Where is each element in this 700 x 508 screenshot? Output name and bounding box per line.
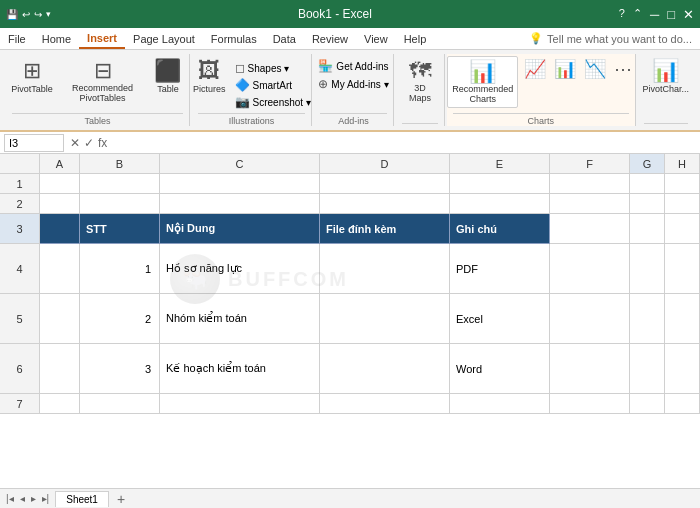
cell-e5-excel[interactable]: Excel — [450, 294, 550, 344]
cell-a3[interactable] — [40, 214, 80, 244]
cell-c5[interactable]: Nhóm kiểm toán — [160, 294, 320, 344]
cell-c6[interactable]: Kế hoạch kiểm toán — [160, 344, 320, 394]
cell-e4-pdf[interactable]: PDF — [450, 244, 550, 294]
scatter-chart-btn[interactable]: 📉 — [582, 56, 608, 82]
bar-chart-btn[interactable]: 📈 — [522, 56, 548, 82]
more-charts-btn[interactable]: ⋯ — [612, 56, 634, 82]
recommended-pivot-btn[interactable]: ⊟ Recommended PivotTables — [56, 56, 149, 106]
col-header-c[interactable]: C — [160, 154, 320, 173]
menu-home[interactable]: Home — [34, 28, 79, 49]
cell-h6[interactable] — [665, 344, 700, 394]
col-header-f[interactable]: F — [550, 154, 630, 173]
cell-a6[interactable] — [40, 344, 80, 394]
cell-g4[interactable] — [630, 244, 665, 294]
col-header-e[interactable]: E — [450, 154, 550, 173]
cell-f5[interactable] — [550, 294, 630, 344]
cell-f1[interactable] — [550, 174, 630, 194]
pivotchart-btn[interactable]: 📊 PivotChar... — [639, 56, 694, 96]
table-btn[interactable]: ⬛ Table — [153, 56, 183, 96]
sheet-tab-sheet1[interactable]: Sheet1 — [55, 491, 109, 507]
tell-me-bar[interactable]: 💡 Tell me what you want to do... — [521, 32, 700, 45]
save-icon[interactable]: 💾 — [6, 9, 18, 20]
cell-a1[interactable] — [40, 174, 80, 194]
pictures-btn[interactable]: 🖼 Pictures — [189, 56, 230, 96]
cell-g3[interactable] — [630, 214, 665, 244]
cell-e6-word[interactable]: Word — [450, 344, 550, 394]
smartart-btn[interactable]: 🔷 SmartArt — [232, 77, 314, 93]
col-header-a[interactable]: A — [40, 154, 80, 173]
line-chart-btn[interactable]: 📊 — [552, 56, 578, 82]
cell-e3-ghichu[interactable]: Ghi chú — [450, 214, 550, 244]
minimize-icon[interactable]: ─ — [650, 7, 659, 22]
menu-data[interactable]: Data — [265, 28, 304, 49]
cell-c4[interactable]: Hồ sơ năng lực — [160, 244, 320, 294]
formula-input[interactable] — [113, 134, 696, 152]
col-header-g[interactable]: G — [630, 154, 665, 173]
cell-f2[interactable] — [550, 194, 630, 214]
col-header-b[interactable]: B — [80, 154, 160, 173]
cell-g5[interactable] — [630, 294, 665, 344]
recommended-charts-btn[interactable]: 📊 Recommended Charts — [447, 56, 518, 108]
cell-c7[interactable] — [160, 394, 320, 414]
sheet-nav-next[interactable]: ▸ — [29, 493, 38, 504]
ribbon-collapse-icon[interactable]: ⌃ — [633, 7, 642, 22]
cell-a7[interactable] — [40, 394, 80, 414]
cell-h3[interactable] — [665, 214, 700, 244]
cell-h2[interactable] — [665, 194, 700, 214]
cancel-formula-icon[interactable]: ✕ — [70, 136, 80, 150]
cell-b5[interactable]: 2 — [80, 294, 160, 344]
undo-icon[interactable]: ↩ — [22, 9, 30, 20]
sheet-nav-last[interactable]: ▸| — [40, 493, 52, 504]
add-sheet-btn[interactable]: + — [117, 491, 125, 507]
cell-h1[interactable] — [665, 174, 700, 194]
shapes-btn[interactable]: ◻ Shapes ▾ — [232, 60, 314, 76]
cell-f7[interactable] — [550, 394, 630, 414]
menu-formulas[interactable]: Formulas — [203, 28, 265, 49]
cell-f3[interactable] — [550, 214, 630, 244]
screenshot-btn[interactable]: 📷 Screenshot ▾ — [232, 94, 314, 110]
cell-d6[interactable] — [320, 344, 450, 394]
cell-d3-filedinhkem[interactable]: File đính kèm — [320, 214, 450, 244]
cell-d1[interactable] — [320, 174, 450, 194]
menu-page-layout[interactable]: Page Layout — [125, 28, 203, 49]
col-header-h[interactable]: H — [665, 154, 700, 173]
cell-b7[interactable] — [80, 394, 160, 414]
redo-icon[interactable]: ↪ — [34, 9, 42, 20]
cell-d5[interactable] — [320, 294, 450, 344]
cell-a4[interactable] — [40, 244, 80, 294]
cell-b6[interactable]: 3 — [80, 344, 160, 394]
pivot-table-btn[interactable]: ⊞ PivotTable — [12, 56, 52, 96]
cell-b1[interactable] — [80, 174, 160, 194]
3dmap-btn[interactable]: 🗺 3D Maps — [402, 56, 438, 106]
cell-f4[interactable] — [550, 244, 630, 294]
close-icon[interactable]: ✕ — [683, 7, 694, 22]
cell-b2[interactable] — [80, 194, 160, 214]
get-addins-btn[interactable]: 🏪 Get Add-ins — [315, 58, 391, 74]
cell-b3-stt[interactable]: STT — [80, 214, 160, 244]
restore-icon[interactable]: □ — [667, 7, 675, 22]
cell-g1[interactable] — [630, 174, 665, 194]
menu-view[interactable]: View — [356, 28, 396, 49]
cell-g2[interactable] — [630, 194, 665, 214]
cell-d4[interactable] — [320, 244, 450, 294]
cell-c2[interactable] — [160, 194, 320, 214]
cell-d2[interactable] — [320, 194, 450, 214]
cell-a2[interactable] — [40, 194, 80, 214]
cell-e7[interactable] — [450, 394, 550, 414]
cell-g6[interactable] — [630, 344, 665, 394]
cell-c1[interactable] — [160, 174, 320, 194]
cell-h4[interactable] — [665, 244, 700, 294]
sheet-nav-first[interactable]: |◂ — [4, 493, 16, 504]
cell-e2[interactable] — [450, 194, 550, 214]
cell-h5[interactable] — [665, 294, 700, 344]
confirm-formula-icon[interactable]: ✓ — [84, 136, 94, 150]
my-addins-btn[interactable]: ⊕ My Add-ins ▾ — [315, 76, 391, 92]
menu-insert[interactable]: Insert — [79, 28, 125, 49]
menu-help[interactable]: Help — [396, 28, 435, 49]
insert-function-icon[interactable]: fx — [98, 136, 107, 150]
cell-reference[interactable] — [4, 134, 64, 152]
help-icon[interactable]: ? — [619, 7, 625, 22]
cell-e1[interactable] — [450, 174, 550, 194]
cell-c3-noidung[interactable]: Nội Dung — [160, 214, 320, 244]
cell-a5[interactable] — [40, 294, 80, 344]
